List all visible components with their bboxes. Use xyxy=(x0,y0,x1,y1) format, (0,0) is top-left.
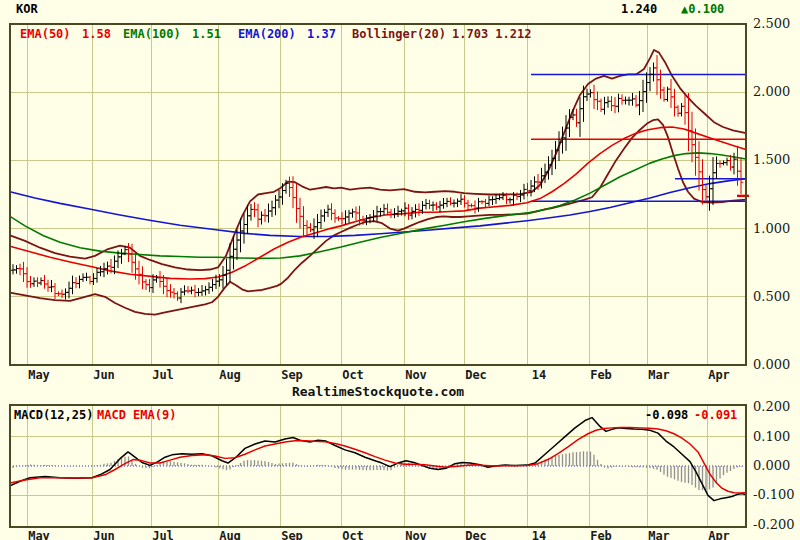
price-change-badge: ▲0.100 xyxy=(681,2,724,16)
main-x-month-label: Jul xyxy=(152,368,174,382)
legend-macd-signal-label: MACD EMA(9) xyxy=(97,408,176,422)
macd-signal-current-value: -0.091 xyxy=(694,408,737,422)
main-x-month-label: Apr xyxy=(708,368,730,382)
watermark: RealtimeStockquote.com xyxy=(292,384,464,399)
main-y-tick-label: 0.500 xyxy=(753,289,790,304)
macd-y-tick-label: -0.200 xyxy=(753,517,795,532)
macd-x-month-label: Aug xyxy=(219,529,241,540)
macd-y-tick-label: 0.000 xyxy=(753,458,790,473)
main-x-month-label: Mar xyxy=(648,368,670,382)
legend-ema200-value: 1.37 xyxy=(307,27,336,41)
main-x-month-label: Dec xyxy=(465,368,487,382)
main-x-month-label: Nov xyxy=(405,368,427,382)
legend-ema50-label: EMA(50) xyxy=(20,27,71,41)
macd-y-tick-label: 0.200 xyxy=(753,399,790,414)
macd-x-month-label: Dec xyxy=(465,529,487,540)
main-y-tick-label: 2.000 xyxy=(753,84,790,99)
legend-ema100-label: EMA(100) xyxy=(123,27,181,41)
legend-ema200-label: EMA(200) xyxy=(238,27,296,41)
main-x-month-label: May xyxy=(28,368,50,382)
macd-x-month-label: Oct xyxy=(342,529,364,540)
macd-x-month-label: Mar xyxy=(648,529,670,540)
legend-ema100-value: 1.51 xyxy=(192,27,221,41)
last-price: 1.240 xyxy=(621,2,657,16)
macd-x-month-label: Jul xyxy=(152,529,174,540)
main-y-tick-label: 2.500 xyxy=(753,16,790,31)
main-x-month-label: Feb xyxy=(590,368,612,382)
macd-y-tick-label: 0.100 xyxy=(753,429,790,444)
legend-macd-label: MACD(12,25) xyxy=(14,408,93,422)
macd-x-month-label: 14 xyxy=(532,529,546,540)
stock-chart-page: 2.5002.0001.5001.0000.5000.0000.2000.100… xyxy=(0,0,800,540)
legend-bollinger-value: 1.703 1.212 xyxy=(452,27,531,41)
main-y-tick-label: 0.000 xyxy=(753,357,790,372)
macd-x-month-label: Jun xyxy=(93,529,115,540)
macd-x-month-label: Feb xyxy=(590,529,612,540)
legend-ema50-value: 1.58 xyxy=(82,27,111,41)
main-x-month-label: Sep xyxy=(281,368,303,382)
main-y-tick-label: 1.500 xyxy=(753,152,790,167)
legend-bollinger-label: Bollinger(20) xyxy=(352,27,446,41)
macd-x-month-label: Apr xyxy=(708,529,730,540)
main-x-month-label: Aug xyxy=(219,368,241,382)
main-x-month-label: Oct xyxy=(342,368,364,382)
ticker-symbol: KOR xyxy=(16,2,38,16)
macd-x-month-label: May xyxy=(28,529,50,540)
macd-x-month-label: Nov xyxy=(405,529,427,540)
main-x-month-label: 14 xyxy=(532,368,546,382)
main-y-tick-label: 1.000 xyxy=(753,221,790,236)
macd-current-value: -0.098 xyxy=(645,408,688,422)
macd-y-tick-label: -0.100 xyxy=(753,487,795,502)
macd-x-month-label: Sep xyxy=(281,529,303,540)
main-x-month-label: Jun xyxy=(93,368,115,382)
chart-canvas: 2.5002.0001.5001.0000.5000.0000.2000.100… xyxy=(0,0,800,540)
